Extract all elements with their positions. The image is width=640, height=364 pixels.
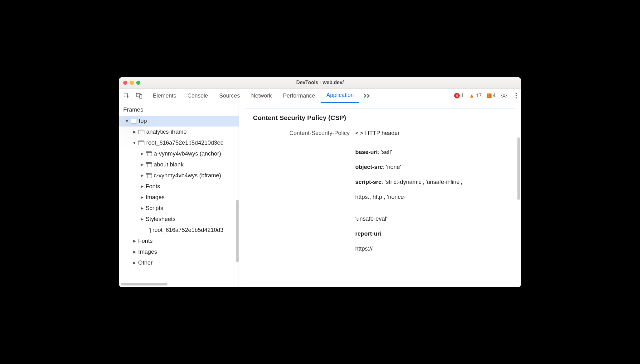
caret-right-icon[interactable] bbox=[140, 195, 144, 199]
caret-right-icon[interactable] bbox=[133, 250, 136, 254]
csp-source-value: HTTP header bbox=[365, 130, 400, 136]
sidebar-header: Frames bbox=[119, 103, 239, 116]
tree-node[interactable]: root_616a752e1b5d4210d3ec bbox=[119, 137, 239, 148]
caret-right-icon[interactable] bbox=[140, 173, 144, 178]
device-toggle-icon[interactable] bbox=[136, 92, 143, 99]
node-label: root_616a752e1b5d4210d3 bbox=[153, 227, 223, 233]
tree-node[interactable]: Scripts bbox=[119, 203, 239, 214]
warning-count[interactable]: ▲ 17 bbox=[469, 93, 482, 99]
issue-count[interactable]: 4 bbox=[487, 93, 496, 99]
panel-tabs: Elements Console Sources Network Perform… bbox=[147, 89, 359, 103]
csp-directives: base-uri: 'self' object-src: 'none' scri… bbox=[355, 145, 507, 256]
error-count[interactable]: ✕ 1 bbox=[454, 93, 464, 99]
directive-name: script-src bbox=[355, 179, 381, 185]
caret-right-icon[interactable] bbox=[140, 151, 144, 156]
svg-point-3 bbox=[503, 95, 505, 97]
warning-icon: ▲ bbox=[469, 93, 475, 99]
main-vertical-scrollbar[interactable] bbox=[517, 137, 520, 200]
directive-name: base-uri bbox=[355, 149, 378, 155]
toolbar: Elements Console Sources Network Perform… bbox=[119, 89, 521, 103]
caret-right-icon[interactable] bbox=[133, 130, 136, 134]
csp-source-label: Content-Security-Policy bbox=[253, 130, 350, 136]
csp-heading: Content Security Policy (CSP) bbox=[253, 114, 507, 122]
directive-value: 'self' bbox=[381, 149, 392, 155]
frame-icon bbox=[138, 141, 144, 145]
settings-button[interactable] bbox=[501, 92, 507, 99]
error-icon: ✕ bbox=[454, 93, 460, 98]
sidebar: Frames top analytics-iframe root_616a752… bbox=[119, 103, 239, 287]
caret-right-icon[interactable] bbox=[140, 162, 144, 167]
issue-count-value: 4 bbox=[493, 93, 496, 99]
node-label: root_616a752e1b5d4210d3ec bbox=[146, 139, 223, 146]
issue-icon bbox=[487, 93, 492, 98]
node-label: a-vynmy4vb4wys (anchor) bbox=[154, 150, 221, 157]
frame-icon bbox=[138, 130, 144, 134]
tree-node[interactable]: Stylesheets bbox=[119, 214, 239, 225]
csp-card: Content Security Policy (CSP) Content-Se… bbox=[244, 108, 516, 282]
main-panel: Content Security Policy (CSP) Content-Se… bbox=[239, 103, 521, 287]
directive-line: https:, http:, 'nonce- bbox=[355, 189, 507, 204]
tree-node[interactable]: Fonts bbox=[119, 181, 239, 192]
tab-sources[interactable]: Sources bbox=[214, 89, 245, 103]
caret-right-icon[interactable] bbox=[133, 239, 136, 243]
horizontal-scrollbar[interactable] bbox=[121, 283, 167, 285]
directive-line: 'unsafe-eval' bbox=[355, 211, 507, 226]
node-label: analytics-iframe bbox=[146, 128, 187, 135]
warning-count-value: 17 bbox=[476, 93, 482, 99]
caret-right-icon[interactable] bbox=[140, 206, 144, 210]
node-label: Other bbox=[138, 259, 153, 266]
tree-node[interactable]: Images bbox=[119, 192, 239, 203]
tree-node[interactable]: c-vynmy4vb4wys (bframe) bbox=[119, 170, 239, 181]
frame-icon bbox=[146, 173, 152, 178]
code-icon: < > bbox=[355, 130, 363, 136]
tree-node[interactable]: analytics-iframe bbox=[119, 127, 239, 137]
status-counters: ✕ 1 ▲ 17 4 bbox=[454, 92, 521, 99]
node-label: Stylesheets bbox=[146, 216, 176, 223]
tree-node[interactable]: Images bbox=[119, 247, 239, 257]
frames-tree: top analytics-iframe root_616a752e1b5d42… bbox=[119, 116, 239, 268]
tab-console[interactable]: Console bbox=[182, 89, 214, 103]
window-icon bbox=[131, 119, 137, 123]
tab-performance[interactable]: Performance bbox=[277, 89, 321, 103]
node-label: Fonts bbox=[138, 237, 153, 244]
caret-right-icon[interactable] bbox=[140, 217, 144, 221]
tree-node[interactable]: Other bbox=[119, 257, 239, 268]
directive-name: object-src bbox=[355, 164, 383, 170]
directive-line: https:// bbox=[355, 241, 507, 256]
devtools-window: DevTools - web.dev/ Elements Console Sou… bbox=[119, 77, 521, 287]
caret-right-icon[interactable] bbox=[133, 261, 136, 265]
node-label: Scripts bbox=[146, 205, 163, 212]
frame-icon bbox=[146, 162, 152, 167]
node-label: c-vynmy4vb4wys (bframe) bbox=[154, 172, 221, 179]
node-label: Images bbox=[138, 248, 157, 255]
node-label: about:blank bbox=[154, 161, 184, 168]
caret-down-icon[interactable] bbox=[125, 119, 129, 123]
node-label: Images bbox=[146, 194, 165, 201]
error-count-value: 1 bbox=[461, 93, 464, 99]
tab-network[interactable]: Network bbox=[245, 89, 277, 103]
titlebar: DevTools - web.dev/ bbox=[119, 77, 521, 89]
directive-value: 'strict-dynamic', 'unsafe-inline', bbox=[385, 179, 463, 185]
tree-node[interactable]: a-vynmy4vb4wys (anchor) bbox=[119, 148, 239, 159]
more-tabs-button[interactable] bbox=[359, 93, 375, 98]
tab-elements[interactable]: Elements bbox=[147, 89, 182, 103]
window-title: DevTools - web.dev/ bbox=[119, 80, 521, 85]
vertical-scrollbar[interactable] bbox=[236, 200, 239, 262]
caret-down-icon[interactable] bbox=[133, 141, 136, 145]
more-menu-button[interactable] bbox=[516, 93, 517, 98]
directive-value: 'none' bbox=[386, 164, 401, 170]
frame-icon bbox=[146, 151, 152, 156]
tree-node-top[interactable]: top bbox=[119, 116, 239, 127]
tree-node[interactable]: Fonts bbox=[119, 236, 239, 247]
directive-name: report-uri bbox=[355, 230, 381, 237]
inspect-element-icon[interactable] bbox=[123, 92, 130, 99]
caret-right-icon[interactable] bbox=[140, 184, 144, 189]
tree-node[interactable]: root_616a752e1b5d4210d3 bbox=[119, 225, 239, 236]
node-label: top bbox=[139, 117, 147, 124]
document-icon bbox=[146, 227, 151, 233]
tree-node[interactable]: about:blank bbox=[119, 159, 239, 170]
tab-application[interactable]: Application bbox=[321, 89, 359, 103]
node-label: Fonts bbox=[146, 183, 160, 190]
svg-rect-2 bbox=[140, 94, 142, 98]
